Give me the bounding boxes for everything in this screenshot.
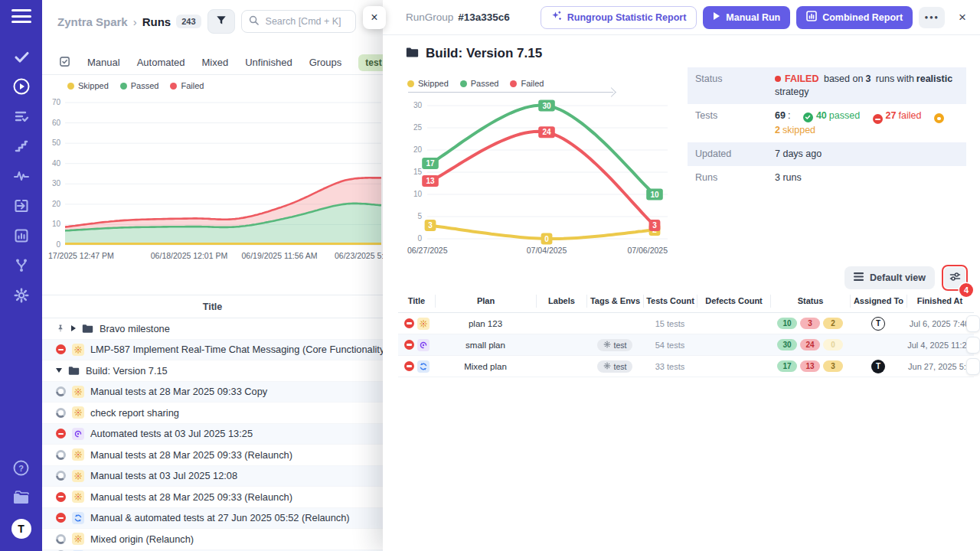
tab-unfinished[interactable]: Unfinished: [245, 57, 292, 68]
finished-at: Jul 4, 2025 11:27: [907, 341, 972, 350]
svg-text:06/18/2025 12:01 PM: 06/18/2025 12:01 PM: [151, 251, 227, 260]
svg-text:10: 10: [52, 220, 61, 228]
column-header[interactable]: Tags & Envs: [586, 295, 643, 308]
column-header[interactable]: Title: [398, 295, 435, 308]
run-row[interactable]: Manual & automated tests at 27 Jun 2025 …: [42, 508, 383, 530]
chevron-right-icon[interactable]: [71, 325, 76, 331]
folder-icon: [406, 47, 419, 60]
tab-automated[interactable]: Automated: [137, 57, 185, 68]
run-row[interactable]: Manual tests at 28 Mar 2025 09:33 (Relau…: [42, 487, 383, 508]
svg-text:15: 15: [413, 168, 423, 176]
info-label: Status: [695, 73, 775, 99]
svg-text:0: 0: [417, 234, 422, 243]
row-actions-stub[interactable]: [966, 358, 980, 375]
manual-origin-icon: [72, 491, 84, 503]
row-actions-stub[interactable]: [966, 315, 980, 332]
run-row[interactable]: Manual tests at 03 Jul 2025 12:08: [42, 466, 383, 487]
sidebar-item-projects[interactable]: [6, 484, 37, 514]
tag-pill[interactable]: test: [597, 360, 633, 373]
sidebar-item-import[interactable]: [6, 192, 37, 222]
run-row[interactable]: Manual tests at 28 Mar 2025 09:33 (Relau…: [42, 445, 383, 466]
tag-pill[interactable]: test: [597, 339, 633, 351]
filter-button[interactable]: [207, 9, 235, 34]
close-icon[interactable]: ×: [959, 10, 966, 25]
search-bar[interactable]: [241, 10, 356, 33]
button-label: Rungroup Statistic Report: [567, 12, 687, 23]
rungroup-run-row[interactable]: Mixed plantest33 tests17133TJun 27, 2025…: [398, 356, 974, 377]
tab-test-work-pill[interactable]: test work: [358, 54, 383, 71]
search-input[interactable]: [264, 15, 348, 28]
skipped-count-pill: 2: [823, 318, 843, 329]
chevron-down-icon[interactable]: [56, 368, 62, 373]
drawer-close-tab[interactable]: ×: [363, 6, 386, 29]
automated-origin-icon: [72, 428, 84, 440]
rungroup-run-row[interactable]: plan 12315 tests1032TJul 6, 2025 7:40: [398, 313, 974, 334]
rungroup-run-row[interactable]: small plantest54 tests30240Jul 4, 2025 1…: [398, 334, 974, 356]
default-view-button[interactable]: Default view: [844, 266, 935, 289]
column-header[interactable]: Status: [770, 295, 850, 308]
info-row-updated: Updated 7 days ago: [688, 142, 966, 166]
sidebar-item-branches[interactable]: [6, 252, 37, 282]
combined-report-button[interactable]: Combined Report: [796, 6, 913, 29]
run-row[interactable]: Manual tests at 28 Mar 2025 09:33 Copy: [42, 382, 383, 403]
sidebar-item-help[interactable]: ?: [6, 454, 37, 484]
select-all-icon[interactable]: [59, 56, 70, 70]
plan-name: Mixed plan: [464, 362, 507, 371]
funnel-icon: [216, 15, 227, 28]
column-header[interactable]: Labels: [536, 295, 586, 308]
bar-chart-icon: [13, 227, 30, 246]
folder-row[interactable]: Bravo milestone: [42, 318, 383, 340]
breadcrumb-separator: ›: [133, 15, 137, 28]
folder-icon: [68, 366, 80, 376]
failed-count-pill: 3: [800, 318, 820, 329]
sidebar-item-suites[interactable]: [6, 103, 37, 132]
column-header[interactable]: Plan: [435, 295, 536, 308]
menu-icon[interactable]: [11, 9, 31, 23]
failed-status-icon: [404, 318, 414, 328]
updated-value: 7 days ago: [775, 148, 959, 161]
play-icon: [713, 11, 720, 23]
run-row[interactable]: check report sharing: [42, 403, 383, 424]
sidebar-item-settings[interactable]: [6, 282, 37, 311]
runs-trend-chart: 01020304050607017/2025 12:47 PM06/18/202…: [42, 95, 383, 273]
sidebar-item-tests[interactable]: [6, 43, 37, 73]
svg-text:07/06/2025: 07/06/2025: [627, 246, 668, 255]
column-header[interactable]: Defects Count: [697, 295, 770, 308]
sidebar-user-avatar[interactable]: T: [6, 514, 37, 543]
column-header[interactable]: Tests Count: [643, 295, 697, 308]
column-header[interactable]: Assigned To: [850, 295, 906, 308]
tab-manual[interactable]: Manual: [87, 57, 120, 68]
sidebar-item-runs[interactable]: [6, 73, 37, 103]
folder-row[interactable]: Build: Version 7.15: [42, 360, 383, 382]
manual-run-button[interactable]: Manual Run: [703, 6, 790, 29]
run-row[interactable]: Mixed origin (Relaunch): [42, 529, 383, 550]
row-actions-stub[interactable]: [966, 337, 980, 354]
assignee-avatar[interactable]: T: [871, 317, 885, 331]
runs-tabs: Manual Automated Mixed Unfinished Groups…: [42, 51, 383, 75]
run-row[interactable]: LMP-587 Implement Real-Time Chat Messagi…: [42, 340, 383, 361]
run-title: Manual tests at 28 Mar 2025 09:33 (Relau…: [90, 449, 292, 461]
status-badge: FAILED: [785, 73, 818, 84]
breadcrumb-project[interactable]: Zyntra Spark: [57, 15, 128, 28]
sidebar-item-activity[interactable]: [6, 162, 37, 192]
run-title: Mixed origin (Relaunch): [90, 533, 194, 545]
tab-mixed[interactable]: Mixed: [202, 57, 229, 68]
tests-count: 33 tests: [655, 362, 685, 371]
svg-text:06/19/2025 11:56 AM: 06/19/2025 11:56 AM: [241, 251, 317, 260]
rungroup-statistic-report-button[interactable]: Rungroup Statistic Report: [541, 6, 697, 29]
in-progress-status-icon: [56, 408, 66, 418]
run-row[interactable]: Automated tests at 03 Jul 2025 13:25: [42, 424, 383, 445]
sidebar-item-steps[interactable]: [6, 132, 37, 162]
column-header[interactable]: Finished At: [906, 295, 972, 308]
gear-icon: [13, 287, 30, 306]
tab-groups[interactable]: Groups: [309, 57, 342, 68]
assignee-avatar[interactable]: T: [871, 360, 885, 373]
sidebar-item-reports[interactable]: [6, 222, 37, 252]
rungroup-info-panel: Status FAILED based on3 runs withrealist…: [688, 67, 966, 190]
manual-origin-icon: [72, 344, 84, 356]
more-actions-button[interactable]: ●●●: [919, 7, 945, 28]
run-title: Automated tests at 03 Jul 2025 13:25: [90, 428, 253, 439]
svg-text:10: 10: [650, 191, 659, 199]
failed-status-icon: [404, 361, 414, 371]
svg-text:24: 24: [542, 128, 551, 136]
